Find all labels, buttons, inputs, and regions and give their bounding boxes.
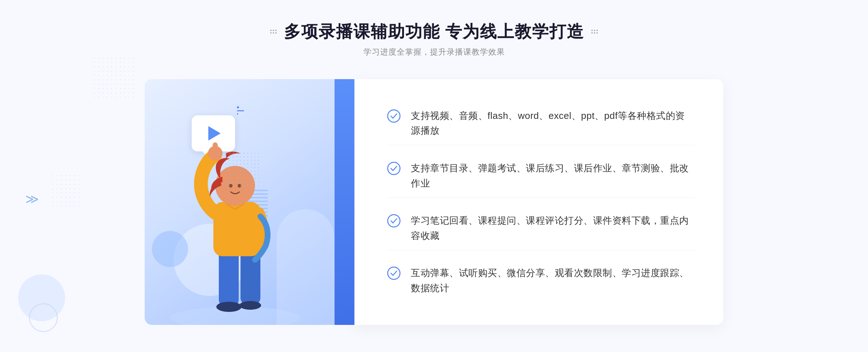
check-circle-icon-1 [387, 109, 401, 123]
check-circle-icon-2 [387, 162, 401, 175]
blue-bar [335, 79, 354, 325]
check-circle-icon-4 [387, 266, 401, 280]
feature-item-1: 支持视频、音频、flash、word、excel、ppt、pdf等各种格式的资源… [387, 102, 694, 145]
feature-item-2: 支持章节目录、弹题考试、课后练习、课后作业、章节测验、批改作业 [387, 154, 694, 198]
feature-text-4: 互动弹幕、试听购买、微信分享、观看次数限制、学习进度跟踪、数据统计 [411, 266, 694, 296]
svg-point-12 [388, 162, 400, 175]
header-section: 多项录播课辅助功能 专为线上教学打造 学习进度全掌握，提升录播课教学效果 [270, 22, 598, 57]
page-wrapper: ≫ 多项录播课辅助功能 专为线上教学打造 学习进度全掌握，提升录播课教学效果 [0, 0, 868, 352]
features-panel: 支持视频、音频、flash、word、excel、ppt、pdf等各种格式的资源… [354, 79, 723, 325]
feature-text-2: 支持章节目录、弹题考试、课后练习、课后作业、章节测验、批改作业 [411, 161, 694, 191]
feature-text-1: 支持视频、音频、flash、word、excel、ppt、pdf等各种格式的资源… [411, 108, 694, 138]
inner-dots-pattern [224, 151, 260, 188]
svg-point-4 [239, 301, 261, 310]
sparkle-decoration [237, 106, 244, 115]
illustration-panel [145, 79, 354, 325]
check-circle-icon-3 [387, 214, 401, 228]
dots-pattern-top [92, 56, 136, 99]
chevron-left-icon: ≫ [25, 192, 39, 207]
svg-point-3 [216, 302, 242, 312]
svg-point-11 [388, 110, 400, 122]
left-dots-icon [270, 30, 277, 34]
svg-point-13 [388, 215, 400, 227]
feature-text-3: 学习笔记回看、课程提问、课程评论打分、课件资料下载，重点内容收藏 [411, 213, 694, 243]
svg-rect-1 [219, 249, 239, 307]
svg-rect-7 [213, 142, 218, 156]
feature-item-4: 互动弹幕、试听购买、微信分享、观看次数限制、学习进度跟踪、数据统计 [387, 259, 694, 302]
header-decorators: 多项录播课辅助功能 专为线上教学打造 [270, 22, 598, 42]
dots-pattern-bottom [51, 173, 80, 210]
content-area: 支持视频、音频、flash、word、excel、ppt、pdf等各种格式的资源… [145, 79, 723, 325]
svg-point-14 [388, 267, 400, 279]
sub-title: 学习进度全掌握，提升录播课教学效果 [270, 47, 598, 57]
main-title: 多项录播课辅助功能 专为线上教学打造 [284, 22, 584, 42]
right-dots-icon [591, 30, 598, 34]
deco-circle-outline [29, 303, 58, 332]
feature-item-3: 学习笔记回看、课程提问、课程评论打分、课件资料下载，重点内容收藏 [387, 207, 694, 250]
